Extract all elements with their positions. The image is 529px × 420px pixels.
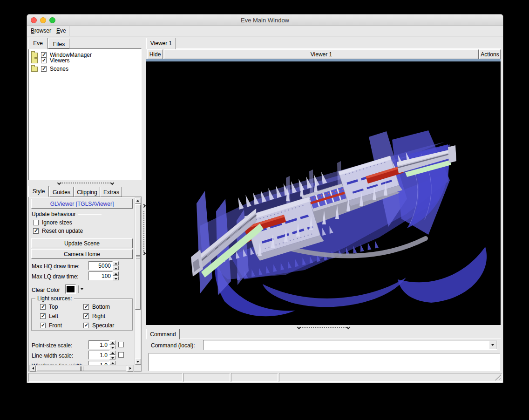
splitter-chevron-icon: [57, 181, 61, 185]
tab-eve[interactable]: Eve: [28, 38, 48, 49]
gl-viewport[interactable]: [146, 61, 501, 325]
tree-item-label[interactable]: Scenes: [50, 66, 68, 72]
style-panel: GLViewer [TGLSAViewer] Update behaviour …: [28, 196, 142, 372]
max-hq-spinner[interactable]: [113, 261, 119, 270]
wireframe-spinner[interactable]: [109, 361, 115, 365]
light-specular-checkbox[interactable]: [83, 323, 89, 328]
max-lq-label: Max LQ draw time:: [32, 273, 79, 280]
light-top-row[interactable]: Top: [40, 304, 58, 310]
tree-item-scenes[interactable]: Scenes: [31, 66, 143, 72]
clear-color-label: Clear Color: [32, 287, 60, 293]
detector-3d-render: [146, 61, 501, 325]
light-top-label: Top: [49, 304, 58, 310]
clear-color-dropdown[interactable]: [78, 285, 85, 293]
update-scene-button[interactable]: Update Scene: [31, 238, 133, 248]
light-front-row[interactable]: Front: [40, 322, 62, 329]
light-left-row[interactable]: Left: [40, 313, 58, 319]
camera-home-button[interactable]: Camera Home: [31, 249, 133, 259]
light-front-checkbox[interactable]: [40, 323, 46, 328]
zoom-window-button[interactable]: [49, 17, 55, 23]
reset-on-update-label: Reset on update: [42, 228, 83, 234]
point-size-spinner[interactable]: [109, 340, 115, 349]
menu-browser[interactable]: Browser: [27, 26, 55, 36]
line-width-checkbox[interactable]: [118, 352, 124, 358]
traffic-lights: [31, 17, 55, 23]
light-left-label: Left: [49, 313, 58, 319]
tab-files[interactable]: Files: [48, 39, 69, 48]
minimize-window-button[interactable]: [40, 17, 46, 23]
wireframe-field[interactable]: 1.0: [88, 361, 109, 365]
light-right-checkbox[interactable]: [83, 313, 89, 319]
line-width-field[interactable]: 1.0: [88, 351, 109, 359]
tab-clipping[interactable]: Clipping: [74, 187, 100, 197]
tab-command[interactable]: Command: [146, 329, 180, 339]
max-hq-field[interactable]: 5000: [88, 261, 113, 270]
hscroll-thumb[interactable]: [37, 366, 126, 371]
reset-on-update-row[interactable]: Reset on update: [33, 228, 83, 234]
menubar: Browser Eve: [27, 26, 503, 36]
actions-button[interactable]: Actions: [479, 49, 501, 59]
light-specular-label: Specular: [92, 322, 114, 329]
light-bottom-checkbox[interactable]: [83, 304, 89, 310]
tab-guides[interactable]: Guides: [49, 187, 74, 197]
light-sources-group: Light sources: Top Bottom Left Right: [31, 298, 133, 331]
viewer-titlebar[interactable]: Viewer 1: [164, 49, 479, 59]
tab-viewer-1[interactable]: Viewer 1: [146, 38, 176, 49]
scroll-left-arrow: [30, 366, 36, 372]
menu-eve[interactable]: Eve: [53, 26, 70, 36]
thumb-grip-icon: [80, 366, 84, 371]
point-size-field[interactable]: 1.0: [88, 340, 109, 349]
close-window-button[interactable]: [31, 17, 37, 23]
line-width-label: Line-width scale:: [32, 352, 73, 359]
ignore-sizes-checkbox[interactable]: [33, 220, 39, 225]
tab-extras[interactable]: Extras: [101, 187, 122, 197]
ignore-sizes-label: Ignore sizes: [42, 219, 72, 226]
main-vertical-splitter[interactable]: [142, 38, 146, 373]
update-behaviour-group: Update behaviour: [32, 211, 102, 217]
folder-icon: [31, 58, 38, 63]
window-title: Eve Main Window: [241, 17, 289, 24]
light-bottom-row[interactable]: Bottom: [83, 304, 110, 310]
light-left-checkbox[interactable]: [40, 313, 46, 319]
max-lq-spinner[interactable]: [113, 271, 119, 280]
command-splitter[interactable]: [298, 325, 350, 329]
light-top-checkbox[interactable]: [40, 304, 46, 310]
status-cell: [28, 373, 183, 382]
menubar-separator: [69, 26, 69, 36]
status-cell: [183, 373, 230, 382]
splitter-chevron-icon: [346, 325, 350, 329]
ignore-sizes-row[interactable]: Ignore sizes: [33, 219, 72, 226]
tree-splitter[interactable]: [58, 181, 114, 185]
line-width-spinner[interactable]: [109, 351, 115, 359]
tree-item-viewers[interactable]: Viewers: [31, 57, 143, 64]
style-panel-hscrollbar[interactable]: [29, 365, 134, 372]
splitter-dotted-line: [300, 327, 347, 328]
light-specular-row[interactable]: Specular: [83, 322, 114, 329]
style-panel-vscrollbar[interactable]: [135, 197, 141, 365]
tab-style[interactable]: Style: [28, 186, 49, 197]
hide-button[interactable]: Hide: [147, 49, 163, 59]
splitter-dotted-line: [143, 211, 144, 251]
point-size-label: Point-size scale:: [32, 342, 72, 349]
thumb-grip-icon: [136, 255, 140, 258]
scroll-up-arrow: [135, 198, 141, 204]
command-input[interactable]: [203, 340, 497, 350]
max-lq-field[interactable]: 100: [88, 271, 113, 280]
reset-on-update-checkbox[interactable]: [33, 228, 39, 234]
titlebar[interactable]: Eve Main Window: [27, 14, 503, 26]
point-size-checkbox[interactable]: [118, 342, 124, 347]
status-bar: [27, 373, 503, 383]
command-local-label: Command (local):: [151, 342, 195, 349]
light-right-label: Right: [92, 313, 105, 319]
resize-grip-icon[interactable]: [494, 373, 501, 380]
light-right-row[interactable]: Right: [83, 313, 105, 319]
tree-item-label[interactable]: Viewers: [50, 57, 69, 64]
scroll-right-arrow: [127, 366, 133, 372]
clear-color-swatch[interactable]: [65, 285, 76, 294]
tree-checkbox[interactable]: [41, 58, 47, 63]
viewer-tab-baseline: [146, 48, 501, 49]
vscroll-thumb[interactable]: [135, 204, 141, 310]
glviewer-button[interactable]: GLViewer [TGLSAViewer]: [31, 199, 133, 209]
tree-checkbox[interactable]: [41, 66, 47, 72]
command-dropdown-button[interactable]: [489, 341, 496, 349]
